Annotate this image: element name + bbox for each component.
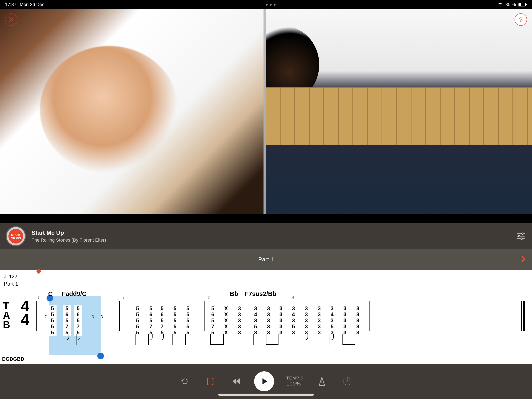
measure-number: 3 bbox=[208, 296, 210, 299]
battery-percent: 35 % bbox=[505, 2, 516, 7]
status-date: Mon 26 Dec bbox=[20, 2, 44, 7]
chord-label: Bb bbox=[230, 290, 238, 297]
chord-label: F7sus2/Bb bbox=[245, 290, 276, 297]
mixer-button[interactable] bbox=[515, 231, 526, 242]
wifi-icon bbox=[497, 2, 503, 7]
tab-column: 33333 bbox=[341, 299, 349, 335]
tab-clef: T A B bbox=[3, 301, 10, 329]
tab-column: 33333 bbox=[354, 299, 362, 335]
sliders-icon bbox=[515, 231, 526, 242]
tab-column: 34353 bbox=[289, 299, 298, 335]
tab-column: 56575 bbox=[63, 299, 71, 335]
album-art[interactable]: START ME UP! bbox=[6, 226, 26, 246]
ios-status-bar: 17:37 Mon 26 Dec 35 % bbox=[0, 0, 532, 9]
status-time: 17:37 bbox=[5, 2, 16, 7]
tempo-marking: ♩=122 bbox=[4, 274, 18, 279]
tab-column: 33333 bbox=[264, 299, 273, 335]
tab-column: 34353 bbox=[252, 299, 260, 335]
transport-bar: TEMPO 100% bbox=[0, 364, 532, 399]
tempo-value: 100% bbox=[286, 380, 303, 387]
next-part-button[interactable] bbox=[519, 254, 527, 265]
play-icon bbox=[259, 376, 269, 386]
play-button[interactable] bbox=[254, 371, 274, 391]
multitask-dots[interactable] bbox=[44, 4, 497, 6]
tab-column: 33333 bbox=[302, 299, 310, 335]
metronome-icon bbox=[317, 376, 326, 386]
tab-sheet[interactable]: ♩=122 Part 1 CFadd9/CBbF7sus2/Bb T A B 4… bbox=[0, 270, 532, 364]
tab-column: 56575 bbox=[147, 299, 155, 335]
svg-point-4 bbox=[522, 233, 523, 235]
tab-column: 33333 bbox=[235, 299, 244, 335]
close-button[interactable] bbox=[5, 13, 18, 26]
tab-column: 56575 bbox=[74, 299, 82, 335]
time-signature: 4 4 bbox=[21, 299, 29, 326]
measure-number: 1 bbox=[38, 296, 39, 299]
help-button[interactable]: ? bbox=[514, 13, 527, 26]
rewind-button[interactable] bbox=[229, 375, 242, 388]
part-selector[interactable]: Part 1 bbox=[0, 249, 532, 270]
svg-point-6 bbox=[518, 235, 520, 237]
metronome-button[interactable] bbox=[315, 375, 329, 388]
song-info-bar: START ME UP! Start Me Up The Rolling Sto… bbox=[0, 223, 532, 249]
barline bbox=[369, 301, 370, 331]
barline bbox=[204, 301, 205, 331]
tempo-indicator[interactable]: TEMPO 100% bbox=[286, 375, 303, 387]
video-pane-right bbox=[266, 9, 532, 214]
measure-number: 4 bbox=[292, 296, 294, 299]
tab-column: XXXXX bbox=[222, 299, 230, 335]
barline bbox=[119, 301, 120, 331]
part-label: Part 1 bbox=[258, 256, 274, 263]
countdown-button[interactable] bbox=[341, 375, 354, 388]
tab-column: 55555 bbox=[171, 299, 179, 335]
tab-column: 56575 bbox=[158, 299, 166, 335]
tab-column: 33333 bbox=[315, 299, 323, 335]
svg-rect-1 bbox=[526, 4, 527, 5]
help-icon: ? bbox=[519, 16, 523, 23]
tab-column: 55555 bbox=[48, 299, 57, 335]
album-badge: START ME UP! bbox=[9, 230, 22, 243]
song-subtitle: The Rolling Stones (By Florent Elter) bbox=[32, 238, 515, 243]
skip-back-icon bbox=[230, 377, 241, 386]
lesson-video[interactable] bbox=[0, 9, 532, 214]
tab-column: 55555 bbox=[133, 299, 142, 335]
loop-brackets-icon bbox=[206, 377, 215, 386]
tab-column: 33333 bbox=[277, 299, 285, 335]
home-indicator[interactable] bbox=[218, 394, 314, 396]
chord-label: Fadd9/C bbox=[62, 290, 86, 297]
tab-column: 56575 bbox=[209, 299, 217, 335]
video-pane-left bbox=[0, 9, 266, 214]
svg-rect-2 bbox=[519, 3, 521, 6]
chevron-right-icon bbox=[519, 255, 527, 263]
section-label: Part 1 bbox=[4, 281, 18, 287]
loop-toggle-button[interactable] bbox=[203, 375, 217, 388]
song-title: Start Me Up bbox=[32, 230, 515, 236]
tuning-label: DGDGBD bbox=[2, 356, 24, 362]
svg-point-8 bbox=[521, 238, 522, 239]
tab-staff: CFadd9/CBbF7sus2/Bb T A B 4 4 1234𝄾𝄾𝄾555… bbox=[0, 290, 532, 361]
tempo-label: TEMPO bbox=[286, 375, 303, 380]
barline bbox=[36, 301, 37, 331]
countdown-icon bbox=[342, 376, 352, 386]
measure-number: 2 bbox=[123, 296, 125, 299]
chord-label: C bbox=[48, 290, 53, 297]
battery-icon bbox=[518, 2, 527, 7]
tab-column: 55555 bbox=[184, 299, 192, 335]
loop-reset-icon bbox=[180, 376, 190, 386]
tab-column: 34353 bbox=[328, 299, 336, 335]
reset-loop-button[interactable] bbox=[178, 375, 191, 388]
loop-end-handle[interactable] bbox=[97, 353, 104, 359]
